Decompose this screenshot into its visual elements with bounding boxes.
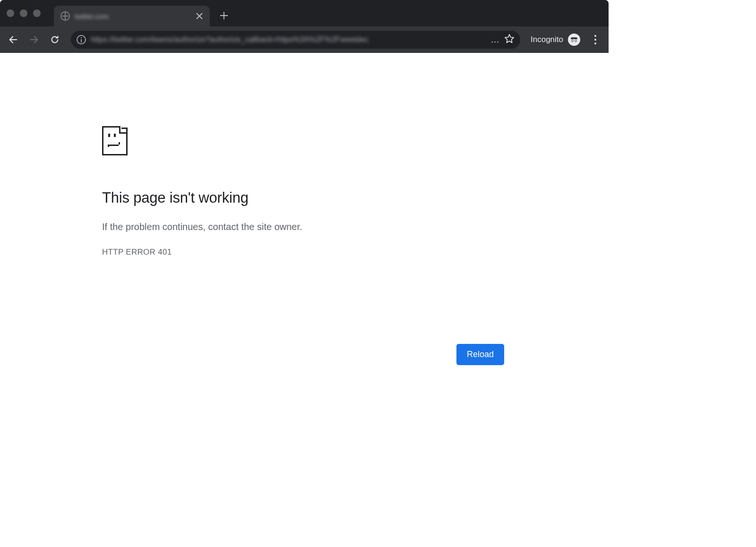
reload-page-button[interactable]: Reload: [456, 344, 504, 365]
reload-button[interactable]: [46, 31, 63, 48]
forward-button[interactable]: [26, 31, 43, 48]
close-tab-button[interactable]: [196, 12, 203, 20]
incognito-icon: [568, 34, 580, 46]
error-code: HTTP ERROR 401: [102, 248, 609, 257]
site-info-icon[interactable]: [77, 35, 86, 44]
maximize-window-button[interactable]: [33, 9, 41, 17]
back-button[interactable]: [5, 31, 22, 48]
browser-tab[interactable]: twitter.com: [54, 6, 210, 26]
incognito-label: Incognito: [531, 35, 563, 44]
error-title: This page isn't working: [102, 189, 609, 206]
bookmark-star-icon[interactable]: [504, 34, 515, 46]
address-bar[interactable]: https://twitter.com/teams/authorize?auth…: [71, 31, 520, 49]
incognito-badge[interactable]: Incognito: [528, 34, 583, 46]
tab-title: twitter.com: [75, 12, 191, 20]
window-controls: [7, 9, 41, 17]
toolbar: https://twitter.com/teams/authorize?auth…: [0, 26, 609, 53]
url-truncation: ...: [491, 35, 499, 45]
globe-icon: [60, 11, 70, 21]
sad-page-icon: [102, 126, 128, 155]
browser-chrome: twitter.com https://twitter.com/teams/au…: [0, 0, 609, 53]
error-message: If the problem continues, contact the si…: [102, 222, 609, 232]
tab-strip: twitter.com: [0, 0, 609, 26]
new-tab-button[interactable]: [215, 7, 232, 24]
page-content: This page isn't working If the problem c…: [0, 53, 609, 440]
close-window-button[interactable]: [7, 9, 14, 17]
menu-button[interactable]: [587, 35, 604, 44]
minimize-window-button[interactable]: [20, 9, 27, 17]
url-text: https://twitter.com/teams/authorize?auth…: [91, 35, 486, 44]
